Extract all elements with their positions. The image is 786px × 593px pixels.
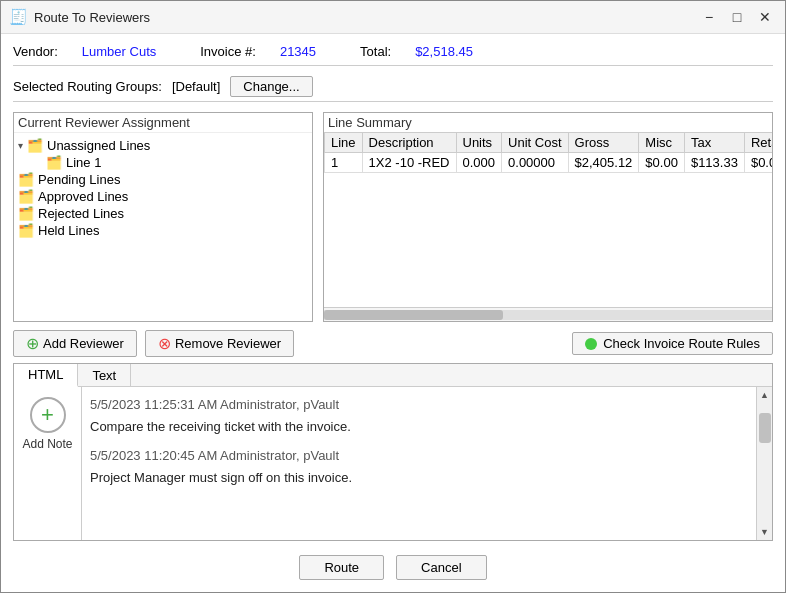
tree-label-rejected: Rejected Lines — [38, 206, 124, 221]
line-summary-table: Line Description Units Unit Cost Gross M… — [324, 132, 772, 173]
line-summary-table-scroll[interactable]: Line Description Units Unit Cost Gross M… — [324, 132, 772, 307]
action-row: ⊕ Add Reviewer ⊗ Remove Reviewer Check I… — [13, 330, 773, 357]
invoice-label: Invoice #: — [200, 44, 256, 59]
add-reviewer-icon: ⊕ — [26, 334, 39, 353]
check-invoice-button[interactable]: Check Invoice Route Rules — [572, 332, 773, 355]
tree-label-unassigned: Unassigned Lines — [47, 138, 150, 153]
add-reviewer-button[interactable]: ⊕ Add Reviewer — [13, 330, 137, 357]
tree-label-pending: Pending Lines — [38, 172, 120, 187]
scroll-track-v — [757, 403, 773, 524]
check-invoice-icon — [585, 338, 597, 350]
add-note-button[interactable]: + — [30, 397, 66, 433]
tree-item-line1[interactable]: 🗂️ Line 1 — [18, 154, 308, 171]
note-entry: 5/5/2023 11:25:31 AM Administrator, pVau… — [90, 395, 748, 436]
notes-scrollbar[interactable]: ▲ ▼ — [756, 387, 772, 540]
action-left-buttons: ⊕ Add Reviewer ⊗ Remove Reviewer — [13, 330, 294, 357]
window-title: Route To Reviewers — [34, 10, 697, 25]
scroll-down-arrow[interactable]: ▼ — [757, 524, 773, 540]
main-window: 🧾 Route To Reviewers − □ ✕ Vendor: Lumbe… — [0, 0, 786, 593]
window-icon: 🧾 — [9, 8, 28, 26]
routing-groups-row: Selected Routing Groups: [Default] Chang… — [13, 72, 773, 102]
close-button[interactable]: ✕ — [753, 7, 777, 27]
tree-item-rejected[interactable]: 🗂️ Rejected Lines — [18, 205, 308, 222]
total-value: $2,518.45 — [415, 44, 473, 59]
notes-text-area: 5/5/2023 11:25:31 AM Administrator, pVau… — [82, 387, 772, 540]
invoice-info-row: Vendor: Lumber Cuts Invoice #: 21345 Tot… — [13, 44, 773, 66]
tab-text[interactable]: Text — [78, 364, 131, 386]
add-note-label: Add Note — [22, 437, 72, 451]
scroll-thumb-v[interactable] — [759, 413, 771, 443]
route-button[interactable]: Route — [299, 555, 384, 580]
panels-row: Current Reviewer Assignment ▾ 🗂️ Unassig… — [13, 112, 773, 322]
col-line: Line — [325, 133, 363, 153]
add-note-plus-icon: + — [41, 404, 54, 426]
tree-icon-held: 🗂️ — [18, 223, 34, 238]
scroll-thumb[interactable] — [324, 310, 503, 320]
horizontal-scrollbar[interactable] — [324, 307, 772, 321]
footer-row: Route Cancel — [13, 547, 773, 584]
tree-icon-approved: 🗂️ — [18, 189, 34, 204]
tree-item-approved[interactable]: 🗂️ Approved Lines — [18, 188, 308, 205]
remove-reviewer-icon: ⊗ — [158, 334, 171, 353]
tree-item-held[interactable]: 🗂️ Held Lines — [18, 222, 308, 239]
vendor-label: Vendor: — [13, 44, 58, 59]
cancel-button[interactable]: Cancel — [396, 555, 486, 580]
tree-item-pending[interactable]: 🗂️ Pending Lines — [18, 171, 308, 188]
tab-html[interactable]: HTML — [14, 364, 78, 387]
tree-icon-rejected: 🗂️ — [18, 206, 34, 221]
add-note-area: + Add Note — [14, 387, 82, 540]
col-tax: Tax — [684, 133, 744, 153]
reviewer-tree: ▾ 🗂️ Unassigned Lines 🗂️ Line 1 🗂️ Pendi… — [14, 132, 312, 321]
tree-label-approved: Approved Lines — [38, 189, 128, 204]
remove-reviewer-button[interactable]: ⊗ Remove Reviewer — [145, 330, 294, 357]
add-reviewer-label: Add Reviewer — [43, 336, 124, 351]
change-routing-button[interactable]: Change... — [230, 76, 312, 97]
col-retainage: Retainage — [744, 133, 772, 153]
notes-tabs: HTML Text — [14, 364, 772, 387]
remove-reviewer-label: Remove Reviewer — [175, 336, 281, 351]
routing-groups-label: Selected Routing Groups: — [13, 79, 162, 94]
tree-label-held: Held Lines — [38, 223, 99, 238]
col-gross: Gross — [568, 133, 639, 153]
note-content: Compare the receiving ticket with the in… — [90, 417, 748, 437]
tree-arrow-unassigned: ▾ — [18, 140, 23, 151]
col-units: Units — [456, 133, 502, 153]
total-label: Total: — [360, 44, 391, 59]
notes-body: + Add Note 5/5/2023 11:25:31 AM Administ… — [14, 387, 772, 540]
line-summary-title: Line Summary — [324, 113, 772, 132]
maximize-button[interactable]: □ — [725, 7, 749, 27]
scroll-track — [324, 310, 772, 320]
col-description: Description — [362, 133, 456, 153]
notes-section: HTML Text + Add Note 5/5/2023 11:25:31 A… — [13, 363, 773, 541]
tree-icon-unassigned: 🗂️ — [27, 138, 43, 153]
check-invoice-label: Check Invoice Route Rules — [603, 336, 760, 351]
main-content: Vendor: Lumber Cuts Invoice #: 21345 Tot… — [1, 34, 785, 592]
col-misc: Misc — [639, 133, 685, 153]
tree-label-line1: Line 1 — [66, 155, 101, 170]
line-summary-panel: Line Summary Line Description Units Unit… — [323, 112, 773, 322]
title-bar: 🧾 Route To Reviewers − □ ✕ — [1, 1, 785, 34]
invoice-value: 21345 — [280, 44, 316, 59]
tree-icon-pending: 🗂️ — [18, 172, 34, 187]
routing-groups-value: [Default] — [172, 79, 220, 94]
minimize-button[interactable]: − — [697, 7, 721, 27]
note-meta: 5/5/2023 11:25:31 AM Administrator, pVau… — [90, 395, 748, 415]
vendor-value: Lumber Cuts — [82, 44, 156, 59]
note-content: Project Manager must sign off on this in… — [90, 468, 748, 488]
col-unit-cost: Unit Cost — [502, 133, 568, 153]
scroll-up-arrow[interactable]: ▲ — [757, 387, 773, 403]
reviewer-assignment-panel: Current Reviewer Assignment ▾ 🗂️ Unassig… — [13, 112, 313, 322]
notes-content: 5/5/2023 11:25:31 AM Administrator, pVau… — [82, 387, 756, 540]
window-controls: − □ ✕ — [697, 7, 777, 27]
reviewer-panel-title: Current Reviewer Assignment — [14, 113, 312, 132]
note-entry: 5/5/2023 11:20:45 AM Administrator, pVau… — [90, 446, 748, 487]
tree-item-unassigned[interactable]: ▾ 🗂️ Unassigned Lines — [18, 137, 308, 154]
tree-icon-line1: 🗂️ — [46, 155, 62, 170]
table-row: 11X2 -10 -RED0.0000.00000$2,405.12$0.00$… — [325, 153, 773, 173]
note-meta: 5/5/2023 11:20:45 AM Administrator, pVau… — [90, 446, 748, 466]
